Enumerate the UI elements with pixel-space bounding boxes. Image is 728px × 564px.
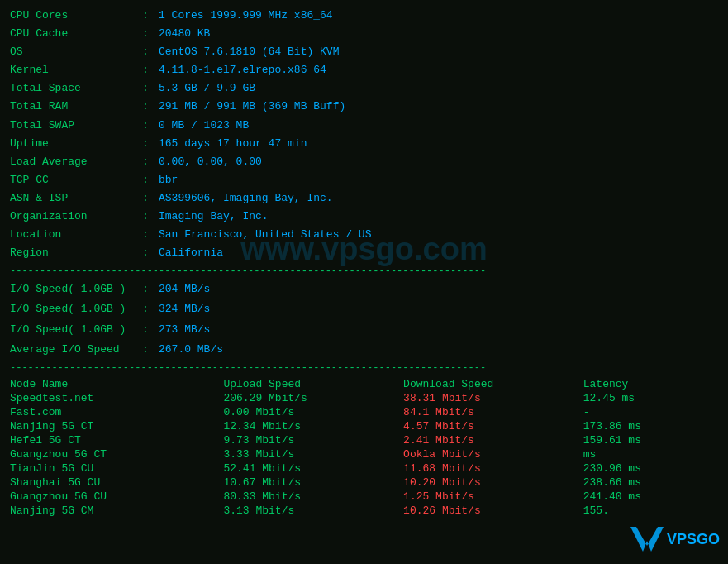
- system-info-row: Uptime : 165 days 17 hour 47 min: [10, 135, 718, 153]
- system-info-section: CPU Cores : 1 Cores 1999.999 MHz x86_64 …: [10, 7, 718, 374]
- info-value: Imaging Bay, Inc.: [159, 208, 269, 226]
- info-colon: :: [142, 61, 159, 79]
- io-value: 273 MB/s: [159, 321, 210, 339]
- system-info-row: Location : San Francisco, United States …: [10, 226, 718, 244]
- row-node: Guangzhou 5G CU: [10, 490, 223, 504]
- info-value: CentOS 7.6.1810 (64 Bit) KVM: [159, 43, 339, 61]
- io-value: 204 MB/s: [159, 280, 210, 299]
- io-speed-row: Average I/O Speed : 267.0 MB/s: [10, 341, 718, 359]
- io-colon: :: [142, 341, 159, 359]
- system-info-row: Organization : Imaging Bay, Inc.: [10, 208, 718, 226]
- speed-table-header: Node Name Upload Speed Download Speed La…: [10, 377, 718, 391]
- row-node: Nanjing 5G CM: [10, 504, 223, 518]
- info-value: 1 Cores 1999.999 MHz x86_64: [159, 7, 333, 25]
- info-label: Region: [10, 244, 142, 262]
- io-speed-row: I/O Speed( 1.0GB ) : 324 MB/s: [10, 300, 718, 318]
- info-colon: :: [142, 153, 159, 171]
- info-label: Total SWAP: [10, 117, 142, 135]
- info-colon: :: [142, 135, 159, 153]
- network-section: Node Name Upload Speed Download Speed La…: [10, 377, 718, 518]
- io-value: 324 MB/s: [159, 300, 210, 318]
- speed-table-row: Guangzhou 5G CT 3.33 Mbit/s Ookla Mbit/s…: [10, 447, 718, 461]
- io-colon: :: [142, 321, 159, 339]
- io-label: I/O Speed( 1.0GB ): [10, 300, 142, 318]
- row-latency: -: [583, 405, 718, 419]
- system-info-row: Total Space : 5.3 GB / 9.9 GB: [10, 79, 718, 98]
- vpsgo-logo: VPSGO: [630, 523, 720, 556]
- info-colon: :: [142, 25, 159, 43]
- info-colon: :: [142, 98, 159, 116]
- speed-table-row: Guangzhou 5G CU 80.33 Mbit/s 1.25 Mbit/s…: [10, 490, 718, 504]
- row-latency: 12.45 ms: [583, 391, 718, 405]
- info-colon: :: [142, 117, 159, 135]
- info-colon: :: [142, 189, 159, 208]
- row-upload: 9.73 Mbit/s: [223, 433, 403, 447]
- info-colon: :: [142, 244, 159, 262]
- row-node: Fast.com: [10, 405, 223, 419]
- row-node: Speedtest.net: [10, 391, 223, 405]
- speed-table-row: Nanjing 5G CT 12.34 Mbit/s 4.57 Mbit/s 1…: [10, 419, 718, 433]
- io-colon: :: [142, 280, 159, 299]
- info-value: 20480 KB: [159, 25, 210, 43]
- info-label: CPU Cache: [10, 25, 142, 43]
- row-node: TianJin 5G CU: [10, 461, 223, 476]
- io-speed-row: I/O Speed( 1.0GB ) : 273 MB/s: [10, 321, 718, 339]
- row-latency: 238.66 ms: [583, 476, 718, 490]
- svg-marker-0: [630, 527, 664, 552]
- row-upload: 80.33 Mbit/s: [223, 490, 403, 504]
- row-download: 84.1 Mbit/s: [403, 405, 583, 419]
- info-label: CPU Cores: [10, 7, 142, 25]
- info-value: bbr: [159, 171, 178, 189]
- row-latency: ms: [583, 447, 718, 461]
- info-label: Kernel: [10, 61, 142, 79]
- header-upload: Upload Speed: [223, 377, 403, 391]
- speed-table-row: Hefei 5G CT 9.73 Mbit/s 2.41 Mbit/s 159.…: [10, 433, 718, 447]
- io-value: 267.0 MB/s: [159, 341, 223, 359]
- io-colon: :: [142, 300, 159, 318]
- io-speed-row: I/O Speed( 1.0GB ) : 204 MB/s: [10, 280, 718, 299]
- info-colon: :: [142, 7, 159, 25]
- system-info-row: Total RAM : 291 MB / 991 MB (369 MB Buff…: [10, 98, 718, 116]
- row-latency: 155.: [583, 504, 718, 518]
- vpsgo-logo-text: VPSGO: [667, 531, 720, 548]
- info-value: 0 MB / 1023 MB: [159, 117, 249, 135]
- info-value: California: [159, 244, 223, 262]
- info-label: Total RAM: [10, 98, 142, 116]
- info-value: 0.00, 0.00, 0.00: [159, 153, 262, 171]
- system-info-row: Load Average : 0.00, 0.00, 0.00: [10, 153, 718, 171]
- divider-1: ----------------------------------------…: [10, 265, 718, 277]
- row-upload: 3.13 Mbit/s: [223, 504, 403, 518]
- system-info-row: OS : CentOS 7.6.1810 (64 Bit) KVM: [10, 43, 718, 61]
- row-download: 38.31 Mbit/s: [403, 391, 583, 405]
- info-label: ASN & ISP: [10, 189, 142, 208]
- row-node: Shanghai 5G CU: [10, 476, 223, 490]
- info-label: Load Average: [10, 153, 142, 171]
- row-node: Guangzhou 5G CT: [10, 447, 223, 461]
- speed-table-row: Shanghai 5G CU 10.67 Mbit/s 10.20 Mbit/s…: [10, 476, 718, 490]
- divider-2: ----------------------------------------…: [10, 362, 718, 374]
- row-download: 11.68 Mbit/s: [403, 461, 583, 476]
- row-download: 1.25 Mbit/s: [403, 490, 583, 504]
- info-colon: :: [142, 208, 159, 226]
- info-colon: :: [142, 43, 159, 61]
- row-download: 10.26 Mbit/s: [403, 504, 583, 518]
- system-info-row: TCP CC : bbr: [10, 171, 718, 189]
- speed-table-row: Speedtest.net 206.29 Mbit/s 38.31 Mbit/s…: [10, 391, 718, 405]
- info-value: 291 MB / 991 MB (369 MB Buff): [159, 98, 345, 116]
- row-upload: 206.29 Mbit/s: [223, 391, 403, 405]
- row-download: 4.57 Mbit/s: [403, 419, 583, 433]
- row-node: Nanjing 5G CT: [10, 419, 223, 433]
- io-label: I/O Speed( 1.0GB ): [10, 321, 142, 339]
- vpsgo-v-icon: [630, 523, 664, 556]
- row-download: 2.41 Mbit/s: [403, 433, 583, 447]
- system-info-row: CPU Cores : 1 Cores 1999.999 MHz x86_64: [10, 7, 718, 25]
- header-download: Download Speed: [403, 377, 583, 391]
- info-label: Uptime: [10, 135, 142, 153]
- system-info-row: ASN & ISP : AS399606, Imaging Bay, Inc.: [10, 189, 718, 208]
- row-upload: 52.41 Mbit/s: [223, 461, 403, 476]
- info-value: San Francisco, United States / US: [159, 226, 371, 244]
- system-info-row: CPU Cache : 20480 KB: [10, 25, 718, 43]
- row-latency: 241.40 ms: [583, 490, 718, 504]
- speed-table: Node Name Upload Speed Download Speed La…: [10, 377, 718, 518]
- info-label: Total Space: [10, 79, 142, 98]
